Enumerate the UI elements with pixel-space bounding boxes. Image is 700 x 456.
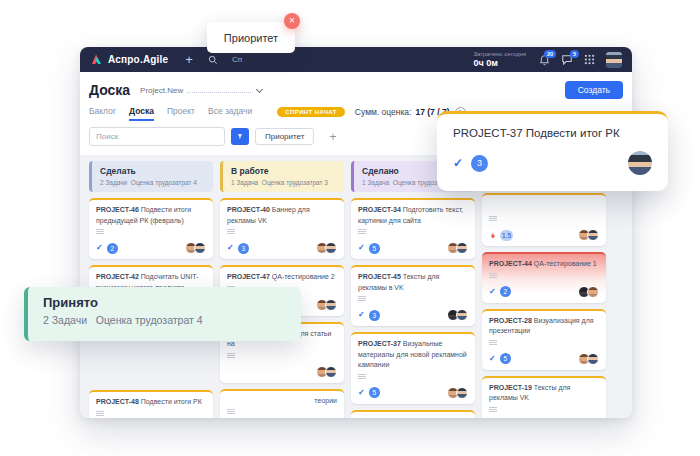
avatar	[325, 366, 337, 378]
description-icon	[489, 273, 599, 279]
avatar	[325, 299, 337, 311]
column-accepted: 1.5 PROJECT-44QA-тестирование 1 ✓2 PROJE…	[482, 161, 606, 418]
task-card[interactable]: PROJECT-46Подвести итоги предыдущей РК (…	[89, 198, 213, 259]
score-badge: 3	[238, 243, 249, 254]
column-header-todo: Сделать 2 Задачи Оценка трудозатрат 4	[89, 161, 213, 192]
score-badge: 2	[500, 286, 511, 297]
description-icon	[96, 229, 206, 235]
description-icon	[227, 353, 337, 359]
task-card-highlighted[interactable]: PROJECT-44QA-тестирование 1 ✓2	[482, 252, 606, 303]
tooltip-label: Приоритет	[224, 32, 278, 44]
assignee-avatars	[319, 242, 337, 254]
sprint-status-badge: СПРИНТ НАЧАТ	[277, 107, 345, 117]
task-card[interactable]: 1.5	[482, 193, 606, 246]
check-icon: ✓	[489, 355, 496, 363]
add-filter-button[interactable]: +	[323, 130, 342, 144]
task-card[interactable]: PROJECT-23Итоги РК ✓1	[351, 410, 475, 419]
assignee-avatars	[450, 309, 468, 321]
avatar	[587, 286, 599, 298]
tab-backlog[interactable]: Баклог	[89, 106, 116, 119]
project-selector[interactable]: Project.New	[140, 86, 262, 95]
funnel-icon	[237, 132, 243, 141]
task-card[interactable]: PROJECT-48Подвести итоги РК ✓2	[89, 390, 213, 418]
assignee-avatars	[188, 242, 206, 254]
search-icon[interactable]	[208, 55, 218, 65]
user-avatar[interactable]	[606, 52, 622, 68]
task-card[interactable]: PROJECT-28Визуализация для презентации ✓…	[482, 309, 606, 370]
apps-grid-icon	[584, 54, 595, 65]
task-card-callout[interactable]: PROJECT-37 Подвести итог РК ✓ 3	[437, 111, 668, 191]
task-card[interactable]: PROJECT-37Визуальные материалы для новой…	[351, 332, 475, 404]
description-icon	[227, 229, 337, 235]
messages-button[interactable]: 5	[561, 54, 573, 65]
filter-button[interactable]	[231, 128, 249, 145]
description-icon	[358, 229, 468, 235]
score-badge: 3	[471, 155, 488, 172]
avatar	[194, 242, 206, 254]
page-background: Аспро.Agile + Сп Затрачено сегодня 0ч 0м…	[0, 0, 700, 456]
app-logo-icon	[90, 53, 103, 66]
assignee-avatars	[319, 366, 337, 378]
avatar	[456, 242, 468, 254]
project-name: Project.New	[140, 86, 183, 95]
time-tracked-label: Затрачено сегодня	[473, 51, 526, 58]
avatar	[456, 387, 468, 399]
tab-all-tasks[interactable]: Все задачи	[208, 106, 252, 119]
time-tracked-widget: Затрачено сегодня 0ч 0м	[473, 51, 526, 68]
top-navigation-bar: Аспро.Agile + Сп Затрачено сегодня 0ч 0м…	[80, 47, 632, 72]
assignee-avatars	[319, 299, 337, 311]
avatar	[325, 242, 337, 254]
task-card[interactable]: PROJECT-45Тексты для рекламы в VK ✓3	[351, 265, 475, 326]
create-button[interactable]: Создать	[565, 81, 623, 99]
accepted-column-title: Принято	[43, 295, 301, 310]
assignee-avatars	[581, 286, 599, 298]
score-badge: 5	[500, 353, 511, 364]
description-icon	[358, 374, 468, 380]
description-icon	[358, 296, 468, 302]
search-input[interactable]	[89, 127, 225, 146]
task-callout-title: PROJECT-37 Подвести итог РК	[453, 127, 652, 139]
assignee-avatars	[581, 229, 599, 241]
check-icon: ✓	[227, 244, 234, 252]
task-card[interactable]: PROJECT-19Тексты для рекламы VK ✓5	[482, 376, 606, 419]
description-icon	[96, 411, 206, 417]
score-badge: 3	[369, 310, 380, 321]
quick-add-icon[interactable]: +	[185, 53, 193, 66]
check-icon: ✓	[358, 311, 365, 319]
column-done: Сделано 1 Задача Оценка трудозатрат PROJ…	[351, 161, 475, 418]
check-icon: ✓	[358, 244, 365, 252]
check-icon: ✓	[96, 244, 103, 252]
accepted-column-callout[interactable]: Принято 2 Задачи Оценка трудозатрат 4	[24, 287, 301, 341]
column-header-in-progress: В работе 1 Задача Оценка трудозатрат 3	[220, 161, 344, 192]
fire-icon	[489, 231, 497, 240]
avatar	[587, 353, 599, 365]
tab-board[interactable]: Доска	[129, 106, 154, 119]
task-card[interactable]: PROJECT-34Подготовить текст, картинки дл…	[351, 198, 475, 259]
avatar	[628, 151, 652, 175]
task-card[interactable]: теории ✓3	[220, 389, 344, 419]
notifications-count-badge: 20	[544, 50, 556, 58]
notifications-button[interactable]: 20	[539, 54, 550, 66]
accepted-column-meta: 2 Задачи Оценка трудозатрат 4	[43, 314, 301, 326]
tab-project[interactable]: Проект	[167, 106, 195, 119]
priority-filter-chip[interactable]: Приоритет	[255, 128, 314, 145]
avatar	[456, 309, 468, 321]
assignee-avatars	[581, 353, 599, 365]
description-icon	[489, 407, 599, 413]
app-window: Аспро.Agile + Сп Затрачено сегодня 0ч 0м…	[80, 47, 632, 418]
apps-grid-button[interactable]	[584, 51, 595, 69]
messages-count-badge: 5	[570, 50, 579, 58]
summary-score-label: Сумм. оценка:	[355, 107, 412, 117]
check-icon: ✓	[453, 156, 463, 170]
dotted-divider	[187, 91, 253, 93]
time-tracked-value: 0ч 0м	[473, 58, 526, 68]
score-badge: 5	[369, 387, 380, 398]
topbar-menu-item[interactable]: Сп	[232, 55, 242, 64]
description-icon	[489, 340, 599, 346]
task-card[interactable]: PROJECT-40Баннер для рекламы VK ✓3	[220, 198, 344, 259]
close-icon[interactable]: ×	[284, 13, 300, 29]
assignee-avatars	[450, 242, 468, 254]
chevron-down-icon	[256, 85, 263, 92]
check-icon: ✓	[489, 288, 496, 296]
app-name: Аспро.Agile	[108, 54, 168, 65]
